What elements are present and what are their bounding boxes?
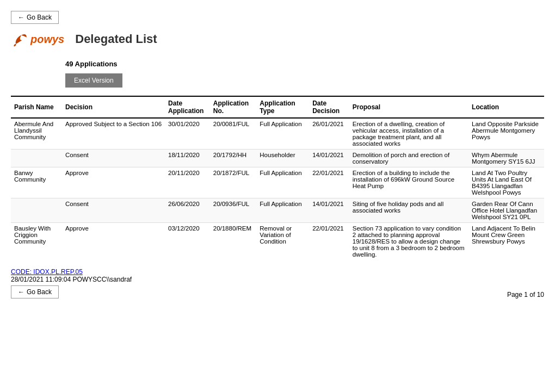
proposal-cell: Section 73 application to vary condition… <box>349 223 468 260</box>
table-row: Consent26/06/202020/0936/FULFull Applica… <box>11 198 544 223</box>
parish-cell: Banwy Community <box>11 167 62 198</box>
page-title: Delegated List <box>75 32 157 46</box>
table-header-row: Parish Name Decision Date Application Ap… <box>11 96 544 118</box>
app-type-cell: Removal or Variation of Condition <box>256 223 309 260</box>
footer: CODE: IDOX.PL.REP.05 28/01/2021 11:09:04… <box>11 268 544 298</box>
decision-cell: Consent <box>62 150 165 167</box>
app-no-cell: 20/0936/FUL <box>210 198 257 223</box>
decision-cell: Approve <box>62 223 165 260</box>
app-type-cell: Full Application <box>256 167 309 198</box>
go-back-top-label: Go Back <box>27 14 52 21</box>
decision-cell: Approved Subject to a Section 106 <box>62 118 165 150</box>
date-app-cell: 18/11/2020 <box>165 150 210 167</box>
go-back-bottom-label: Go Back <box>27 288 52 296</box>
date-dec-cell: 22/01/2021 <box>309 167 349 198</box>
table-row: Bausley With Criggion CommunityApprove03… <box>11 223 544 260</box>
app-no-cell: 20/1872/FUL <box>210 167 257 198</box>
application-count: 49 Applications <box>65 60 544 68</box>
col-app-type: Application Type <box>256 96 309 118</box>
table-row: Banwy CommunityApprove20/11/202020/1872/… <box>11 167 544 198</box>
date-dec-cell: 22/01/2021 <box>309 223 349 260</box>
date-app-cell: 26/06/2020 <box>165 198 210 223</box>
date-dec-cell: 26/01/2021 <box>309 118 349 150</box>
location-cell: Land Adjacent To Belin Mount Crew Green … <box>468 223 544 260</box>
parish-cell: Bausley With Criggion Community <box>11 223 62 260</box>
app-no-cell: 20/1792/HH <box>210 150 257 167</box>
location-cell: Land At Two Poultry Units At Land East O… <box>468 167 544 198</box>
col-date-dec: Date Decision <box>309 96 349 118</box>
page-header: powys Delegated List <box>11 29 544 49</box>
location-cell: Garden Rear Of Cann Office Hotel Llangad… <box>468 198 544 223</box>
excel-version-button[interactable]: Excel Version <box>65 73 122 88</box>
logo-container: powys <box>11 29 64 49</box>
table-row: Consent18/11/202020/1792/HHHouseholder14… <box>11 150 544 167</box>
col-parish: Parish Name <box>11 96 62 118</box>
table-row: Abermule And Llandyssil CommunityApprove… <box>11 118 544 150</box>
date-dec-cell: 14/01/2021 <box>309 198 349 223</box>
app-type-cell: Full Application <box>256 118 309 150</box>
footer-code-text[interactable]: CODE: IDOX.PL.REP.05 <box>11 268 83 276</box>
app-type-cell: Householder <box>256 150 309 167</box>
location-cell: Whym Abermule Montgomery SY15 6JJ <box>468 150 544 167</box>
col-location: Location <box>468 96 544 118</box>
col-date-app: Date Application <box>165 96 210 118</box>
applications-table: Parish Name Decision Date Application Ap… <box>11 96 544 260</box>
footer-datetime: 28/01/2021 11:09:04 POWYSCC\\sandraf <box>11 276 132 283</box>
go-back-top-button[interactable]: ← Go Back <box>11 11 59 24</box>
arrow-left-icon: ← <box>18 14 24 21</box>
decision-cell: Approve <box>62 167 165 198</box>
app-no-cell: 20/0081/FUL <box>210 118 257 150</box>
arrow-left-bottom-icon: ← <box>18 288 24 296</box>
col-app-no: Application No. <box>210 96 257 118</box>
page-number: Page 1 of 10 <box>507 291 544 298</box>
date-app-cell: 30/01/2020 <box>165 118 210 150</box>
proposal-cell: Erection of a building to include the in… <box>349 167 468 198</box>
parish-cell <box>11 150 62 167</box>
date-app-cell: 03/12/2020 <box>165 223 210 260</box>
date-app-cell: 20/11/2020 <box>165 167 210 198</box>
powys-bird-icon <box>11 29 30 49</box>
parish-cell <box>11 198 62 223</box>
location-cell: Land Opposite Parkside Abermule Montgome… <box>468 118 544 150</box>
go-back-bottom-button[interactable]: ← Go Back <box>11 285 59 298</box>
proposal-cell: Siting of five holiday pods and all asso… <box>349 198 468 223</box>
parish-cell: Abermule And Llandyssil Community <box>11 118 62 150</box>
proposal-cell: Demolition of porch and erection of cons… <box>349 150 468 167</box>
footer-code: CODE: IDOX.PL.REP.05 <box>11 268 132 276</box>
app-no-cell: 20/1880/REM <box>210 223 257 260</box>
app-type-cell: Full Application <box>256 198 309 223</box>
proposal-cell: Erection of a dwelling, creation of vehi… <box>349 118 468 150</box>
col-decision: Decision <box>62 96 165 118</box>
col-proposal: Proposal <box>349 96 468 118</box>
controls-bar: Excel Version <box>65 73 544 88</box>
footer-left: CODE: IDOX.PL.REP.05 28/01/2021 11:09:04… <box>11 268 132 298</box>
powys-logo-text: powys <box>30 33 64 46</box>
date-dec-cell: 14/01/2021 <box>309 150 349 167</box>
decision-cell: Consent <box>62 198 165 223</box>
